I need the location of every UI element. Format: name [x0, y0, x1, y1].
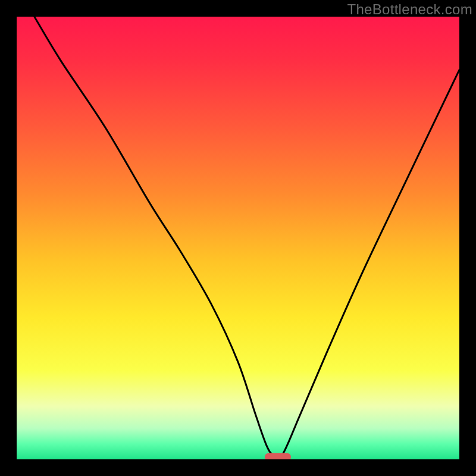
gradient-background — [17, 17, 459, 459]
bottleneck-chart — [17, 17, 459, 459]
optimal-marker — [265, 453, 291, 459]
chart-frame: TheBottleneck.com — [0, 0, 476, 476]
watermark-label: TheBottleneck.com — [347, 1, 472, 18]
plot-area — [17, 17, 459, 459]
